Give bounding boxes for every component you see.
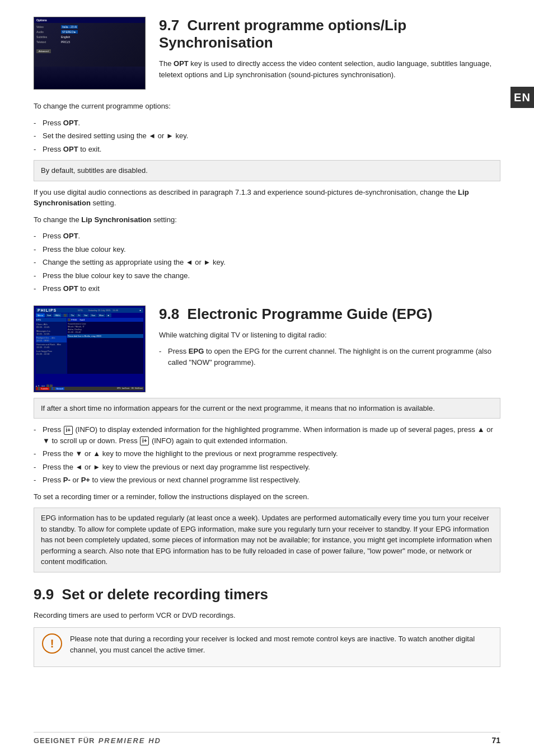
section-98-image: PHILIPS EPG Saturday 23 July 2005 11:46 …	[34, 306, 146, 392]
info-icon-1: i+	[64, 426, 73, 435]
lip-sync-list: Press OPT. Press the blue colour key. Ch…	[34, 231, 500, 294]
change-options-heading: To change the current programme options:	[34, 101, 500, 112]
language-badge: EN	[510, 87, 534, 108]
change-options-step-1: Press OPT.	[34, 118, 500, 129]
section-97-body: To change the current programme options:…	[34, 101, 500, 294]
section-99-title: 9.9 Set or delete recording timers	[34, 586, 500, 603]
section-98-header: PHILIPS EPG Saturday 23 July 2005 11:46 …	[34, 306, 500, 392]
info-icon-2: i+	[140, 436, 149, 445]
epg-day-step: Press the ◄ or ► key to view the previou…	[34, 462, 500, 473]
epg-info-step: Press i+ (INFO) to display extended info…	[34, 424, 500, 446]
epg-update-note: EPG information has to be updated regula…	[34, 508, 500, 572]
change-options-step-3: Press OPT to exit.	[34, 144, 500, 155]
lip-sync-step-2: Press the blue colour key.	[34, 244, 500, 255]
lip-sync-step-4: Press the blue colour key to save the ch…	[34, 270, 500, 281]
lip-sync-step-1: Press OPT.	[34, 231, 500, 242]
section-97-content: 9.7 Current programme options/Lip Synchr…	[159, 17, 500, 90]
warning-text: Please note that during a recording your…	[70, 633, 492, 655]
section-98-epg-step: Press EPG to open the EPG for the curren…	[159, 346, 500, 368]
section-98-intro: While watching digital TV or listening t…	[159, 330, 500, 341]
section-97-header: Options Video Italia - 23 AI Audio STERE…	[34, 17, 500, 90]
warning-box: ! Please note that during a recording yo…	[34, 627, 500, 667]
lip-sync-intro: If you use digital audio connections as …	[34, 187, 500, 209]
lip-sync-step-3: Change the setting as appropriate using …	[34, 257, 500, 268]
epg-open-step: Press EPG to open the EPG for the curren…	[159, 346, 500, 368]
section-98-content: 9.8 Electronic Programme Guide (EPG) Whi…	[159, 306, 500, 392]
warning-icon: !	[42, 633, 62, 654]
epg-no-info-note: If after a short time no information app…	[34, 398, 500, 419]
epg-nav-step: Press the ▼ or ▲ key to move the highlig…	[34, 448, 500, 459]
section-98-title: 9.8 Electronic Programme Guide (EPG)	[159, 306, 500, 323]
change-options-step-2: Set the desired setting using the ◄ or ►…	[34, 130, 500, 142]
lip-sync-step-5: Press OPT to exit	[34, 283, 500, 294]
section-97-image: Options Video Italia - 23 AI Audio STERE…	[34, 17, 146, 90]
section-97-intro: The OPT key is used to directly access t…	[159, 58, 500, 80]
section-98-body: If after a short time no information app…	[34, 398, 500, 572]
page-number: 71	[491, 736, 500, 745]
page-container: EN Options Video Italia - 23 AI Audio ST…	[0, 0, 534, 756]
page-footer: Geeignet für PREMIERE HD 71	[34, 732, 500, 745]
brand-name: PREMIERE HD	[99, 736, 161, 745]
footer-brand: Geeignet für PREMIERE HD	[34, 736, 161, 745]
epg-timer-note: To set a recording timer or a reminder, …	[34, 491, 500, 503]
change-options-list: Press OPT. Set the desired setting using…	[34, 118, 500, 155]
subtitles-note: By default, subtitles are disabled.	[34, 160, 500, 181]
section-99: 9.9 Set or delete recording timers Recor…	[34, 586, 500, 668]
epg-channel-step: Press P- or P+ to view the previous or n…	[34, 475, 500, 486]
lip-sync-heading: To change the Lip Synchronisation settin…	[34, 214, 500, 226]
section-99-intro: Recording timers are used to perform VCR…	[34, 610, 500, 621]
epg-steps-list: Press i+ (INFO) to display extended info…	[34, 424, 500, 486]
section-97-title: 9.7 Current programme options/Lip Synchr…	[159, 17, 500, 51]
